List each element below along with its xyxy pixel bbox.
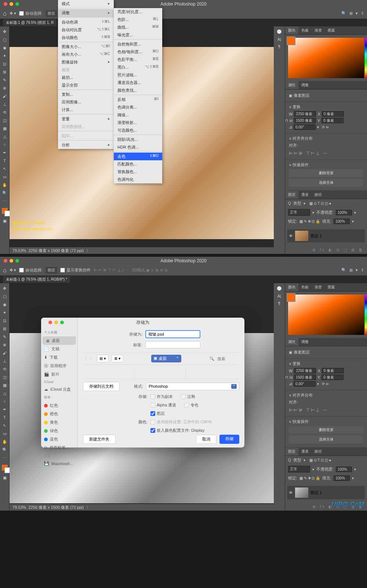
y-input[interactable] [321,118,344,123]
color-picker[interactable] [288,38,364,78]
path-tool[interactable]: ↖ [1,422,9,429]
pen-tool[interactable]: ✒ [1,149,9,156]
spot-checkbox[interactable] [184,403,189,408]
remove-bg-button[interactable]: 删除背景 [289,426,363,434]
menu-shadows-highlights[interactable]: 阴影/高光... [114,136,162,143]
menu-auto-tone[interactable]: 自动色调⇧⌘L [58,18,114,26]
view-group[interactable]: ≣ ▾ [112,355,123,362]
gradient-tool[interactable]: ▦ [1,381,9,389]
sidebar-desktop[interactable]: 🖥 桌面 [43,336,76,345]
tab-paths[interactable]: 路径 [312,191,325,199]
frame-tool[interactable]: ⊞ [1,68,9,76]
menu-desaturate[interactable]: 去色⇧⌘U [114,153,162,160]
history-tool[interactable]: ⟲ [1,365,9,373]
blur-tool[interactable]: △ [1,390,9,397]
menu-posterize[interactable]: 色调分离... [114,103,162,111]
cancel-button[interactable]: 取消 [196,435,217,444]
para-icon[interactable]: ¶ [278,44,280,49]
eraser-tool[interactable]: ◫ [1,373,9,381]
lasso-tool[interactable]: ◉ [1,301,9,308]
sidebar-tag-blue[interactable]: 蓝色 [41,435,77,443]
select-subject-button[interactable]: 选择主体 [289,435,363,443]
color-picker[interactable] [288,295,364,335]
menu-match-color[interactable]: 匹配颜色... [114,160,162,168]
history-tool[interactable]: ⟲ [1,109,9,116]
dodge-tool[interactable]: ○ [1,398,9,405]
zoom-tool[interactable]: 🔍 [1,446,9,453]
history-icon[interactable]: 🕘 [277,29,282,34]
menu-photo-filter[interactable]: 照片滤镜... [114,71,162,79]
menu-hdr-toning[interactable]: HDR 色调... [114,143,162,152]
eyedropper-tool[interactable]: ✎ [1,333,9,340]
sidebar-icloud[interactable]: ☁ iCloud 云盘 [41,385,77,394]
menu-color-lookup[interactable]: 颜色查找... [114,87,162,95]
cmyk-checkbox[interactable] [150,420,155,424]
layers-checkbox[interactable] [150,411,155,416]
stamp-tool[interactable]: ⊥ [1,101,9,108]
wand-tool[interactable]: ✦ [1,309,9,316]
menu-replace-color[interactable]: 替换颜色... [114,168,162,176]
lasso-tool[interactable]: ◉ [1,44,9,51]
menu-gradient-map[interactable]: 渐变映射... [114,119,162,127]
auto-select-type[interactable]: 图层 [46,267,57,274]
eyedropper-tool[interactable]: ✎ [1,76,9,84]
sidebar-tag-red[interactable]: 红色 [41,401,77,410]
new-folder-button[interactable]: 新建文件夹 [83,435,116,444]
hand-tool[interactable]: ✋ [1,181,9,189]
menu-image-size[interactable]: 图像大小...⌥⌘I [58,43,114,51]
menu-apply-image[interactable]: 应用图像... [58,98,114,106]
menu-variables[interactable]: 变量▸ [58,115,114,123]
home-icon[interactable]: ⌂ [3,10,7,17]
format-select[interactable]: Photoshop⌃ [146,383,239,390]
blur-tool[interactable]: △ [1,133,9,140]
sidebar-tag-orange[interactable]: 橙色 [41,410,77,418]
filename-input[interactable] [145,330,200,338]
auto-select-type[interactable]: 图层 [46,10,57,17]
stamp-tool[interactable]: ⊥ [1,357,9,365]
visibility-icon[interactable]: 👁 [289,234,293,238]
height-input[interactable] [294,118,316,123]
x-input[interactable] [322,111,344,117]
brush-tool[interactable]: 🖌 [1,349,9,357]
tab-layers[interactable]: 图层 [285,191,298,199]
sidebar-applications[interactable]: Ⓐ 应用程序 [41,362,77,370]
gradient-tool[interactable]: ▦ [1,125,9,132]
notes-checkbox[interactable] [181,394,186,399]
home-icon[interactable]: ⌂ [3,267,7,274]
document-tab[interactable]: 未标题-1 @ 79.5% (图层 1, R [3,19,57,26]
move-tool[interactable]: ✥ [1,285,9,292]
search-icon[interactable]: 🔍 [341,11,346,16]
nav-forward[interactable]: 〉 [90,356,94,361]
hand-tool[interactable]: ✋ [1,438,9,445]
history-icon[interactable]: 🕘 [277,286,282,291]
heal-tool[interactable]: ⊕ [1,84,9,92]
nav-back[interactable]: 〈 [83,356,87,361]
char-icon[interactable]: A| [277,37,281,41]
tags-input[interactable] [145,341,200,348]
menu-invert[interactable]: 反相⌘I [114,96,162,103]
path-tool[interactable]: ↖ [1,165,9,172]
para-icon[interactable]: ¶ [278,301,280,306]
eraser-tool[interactable]: ◫ [1,117,9,124]
heal-tool[interactable]: ⊕ [1,341,9,348]
layer-thumbnail[interactable] [295,487,308,498]
menu-analysis[interactable]: 分析▸ [58,141,114,149]
sidebar-downloads[interactable]: ⬇ 下载 [41,353,77,362]
menu-threshold[interactable]: 阈值... [114,111,162,119]
select-subject-button[interactable]: 选择主体 [289,179,363,187]
menu-channel-mixer[interactable]: 通道混合器... [114,79,162,87]
save-button[interactable]: 存储 [219,435,239,444]
menu-selective-color[interactable]: 可选颜色... [114,127,162,135]
menu-trim[interactable]: 裁切... [58,74,114,81]
menu-levels[interactable]: 色阶...⌘L [114,16,162,23]
menu-exposure[interactable]: 曝光度... [114,31,162,40]
layer-row[interactable]: 👁 图层 1 [287,229,365,242]
document-tab[interactable]: 未标题-1 @ 79.5% (图层 1, RGB/8*) * [3,276,70,283]
tab-properties[interactable]: 属性 [285,81,298,89]
tab-patterns[interactable]: 图案 [325,26,338,34]
dodge-tool[interactable]: ○ [1,141,9,148]
move-tool[interactable]: ✥ [1,28,9,35]
search-icon[interactable]: 🔍 [341,268,346,273]
tab-adjustments[interactable]: 调整 [298,81,312,89]
menu-calculations[interactable]: 计算... [58,106,114,114]
